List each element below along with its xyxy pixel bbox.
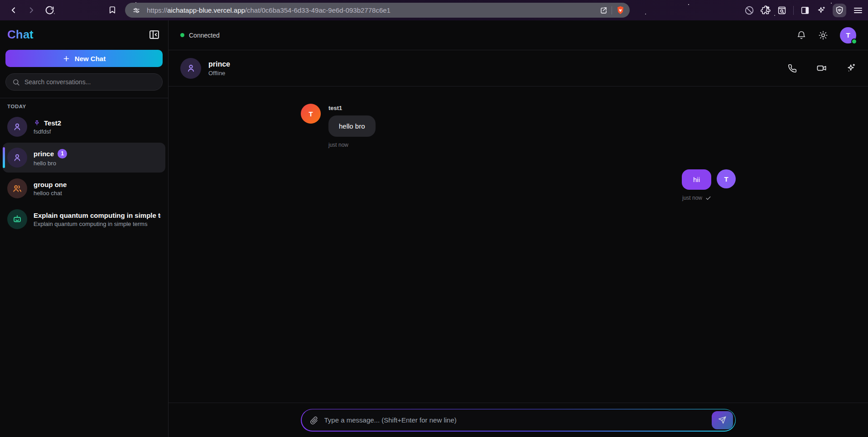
message-input[interactable] <box>324 416 706 424</box>
connected-dot <box>180 33 184 37</box>
new-chat-button[interactable]: New Chat <box>5 50 163 67</box>
back-icon[interactable] <box>5 3 21 18</box>
video-call-icon[interactable] <box>816 63 827 73</box>
connection-status: Connected <box>189 32 220 39</box>
theme-toggle-sun-icon[interactable] <box>818 30 828 40</box>
main-panel: Connected T prin <box>169 20 868 437</box>
conversation-name: Test2 <box>44 119 61 127</box>
conversation-name: group one <box>34 181 67 188</box>
leo-ai-icon[interactable] <box>816 5 826 15</box>
own-initial: T <box>724 175 728 183</box>
url-text: https://aichatapp-blue.vercel.app/chat/0… <box>147 6 599 14</box>
delivered-check-icon <box>705 195 711 201</box>
blocked-profile-icon[interactable] <box>744 5 754 15</box>
chat-header: prince Offline <box>169 50 868 86</box>
send-plane-icon <box>718 416 727 424</box>
message-time: just now <box>682 195 702 201</box>
pin-icon <box>34 120 40 126</box>
conversation-preview: helloo chat <box>34 190 161 197</box>
incoming-message: T test1 hello bro just now <box>301 104 736 148</box>
search-icon <box>12 78 20 86</box>
voice-call-icon[interactable] <box>787 63 797 73</box>
conversation-preview: Explain quantum computing in simple term… <box>34 221 161 227</box>
sender-name: test1 <box>328 105 376 111</box>
search-input[interactable] <box>24 78 156 86</box>
unread-badge: 1 <box>58 149 67 158</box>
person-avatar-icon <box>7 117 27 137</box>
reload-icon[interactable] <box>42 3 57 18</box>
new-chat-label: New Chat <box>75 55 106 62</box>
conversation-item-quantum[interactable]: Explain quantum computing in simple term… <box>3 204 165 234</box>
sender-avatar: T <box>301 104 321 124</box>
group-avatar-icon <box>7 178 27 198</box>
search-conversations[interactable] <box>5 73 163 91</box>
browser-toolbar: https://aichatapp-blue.vercel.app/chat/0… <box>0 0 868 20</box>
conversation-preview: hello bro <box>34 160 161 167</box>
brave-shields-icon[interactable] <box>616 5 625 15</box>
sender-initial: T <box>309 110 313 118</box>
send-button[interactable] <box>712 411 733 429</box>
section-label: TODAY <box>7 104 161 109</box>
conversation-item-group-one[interactable]: group one helloo chat <box>3 173 165 203</box>
message-bubble: hello bro <box>328 115 376 137</box>
composer <box>302 409 735 431</box>
message-time: just now <box>328 142 376 148</box>
person-avatar-icon <box>7 148 27 168</box>
divider <box>793 6 794 15</box>
bot-avatar-icon <box>7 209 27 229</box>
conversation-name: prince <box>34 150 54 158</box>
address-bar[interactable]: https://aichatapp-blue.vercel.app/chat/0… <box>125 3 630 18</box>
ai-sparkles-icon[interactable] <box>846 63 856 73</box>
wallet-search-icon[interactable] <box>777 5 787 15</box>
conversation-item-test2[interactable]: Test2 fsdfdsf <box>3 112 165 142</box>
message-area: T test1 hello bro just now hii just now <box>169 86 868 403</box>
divider <box>0 98 168 98</box>
chat-app: Chat New Chat TODAY <box>0 20 868 437</box>
user-initial: T <box>846 31 850 39</box>
conversation-name: Explain quantum computing in simple term… <box>34 211 161 219</box>
bookmark-icon[interactable] <box>106 4 119 16</box>
share-icon[interactable] <box>599 6 608 14</box>
own-avatar: T <box>717 169 736 188</box>
app-title: Chat <box>7 28 34 42</box>
message-bubble: hii <box>682 169 711 190</box>
conversation-preview: fsdfdsf <box>34 128 161 135</box>
composer-bar <box>169 403 868 437</box>
vpn-shield-icon[interactable] <box>833 4 846 17</box>
top-status-bar: Connected T <box>169 20 868 50</box>
collapse-sidebar-icon[interactable] <box>149 29 160 40</box>
peer-name: prince <box>208 60 230 68</box>
sidebar: Chat New Chat TODAY <box>0 20 169 437</box>
menu-icon[interactable] <box>853 5 863 16</box>
outgoing-message: hii just now T <box>301 169 736 201</box>
attach-paperclip-icon[interactable] <box>309 416 318 425</box>
selected-accent-bar <box>3 147 5 168</box>
conversation-list: Test2 fsdfdsf prince 1 hello bro <box>0 111 168 437</box>
extensions-icon[interactable] <box>761 5 771 15</box>
online-indicator <box>851 38 857 44</box>
site-settings-icon[interactable] <box>132 6 140 14</box>
sidebar-panel-icon[interactable] <box>800 5 810 15</box>
plus-icon <box>63 55 70 62</box>
peer-avatar-icon[interactable] <box>180 58 201 79</box>
peer-status: Offline <box>208 70 230 77</box>
conversation-item-prince[interactable]: prince 1 hello bro <box>3 143 165 173</box>
divider <box>612 6 612 14</box>
user-avatar[interactable]: T <box>840 27 856 43</box>
notifications-bell-icon[interactable] <box>796 30 806 40</box>
forward-icon[interactable] <box>24 3 39 18</box>
